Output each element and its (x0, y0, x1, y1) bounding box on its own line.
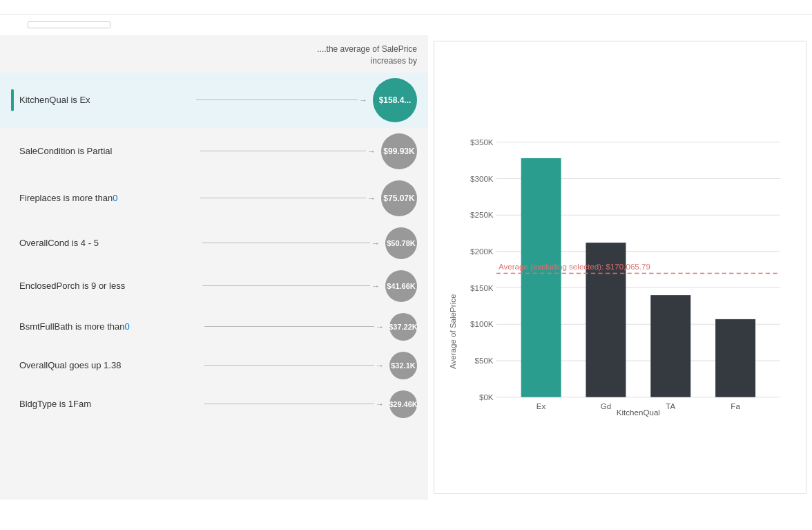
arrow-icon: → (371, 281, 380, 291)
toolbar (0, 15, 812, 35)
bar-ex[interactable] (521, 158, 561, 397)
influence-dropdown[interactable] (28, 21, 110, 28)
arrow-icon: → (376, 399, 384, 409)
connector-line (202, 285, 370, 286)
connector-line (200, 198, 366, 198)
connector-line (200, 151, 366, 151)
svg-text:$350K: $350K (470, 138, 494, 146)
right-panel: $350K$300K$250K$200K$150K$100K$50K$0K Ex… (434, 41, 806, 494)
bar-ta[interactable] (650, 295, 690, 397)
connector-area: → (202, 238, 380, 248)
influencer-label: BsmtFullBath is more than0 (19, 321, 199, 332)
value-bubble: $41.66K (385, 270, 417, 302)
svg-text:Average (excluding selected): : Average (excluding selected): $170,065.7… (499, 263, 650, 271)
svg-text:Ex: Ex (536, 402, 546, 410)
arrow-icon: → (371, 238, 380, 248)
influencer-item[interactable]: Fireplaces is more than0→$75.07K (0, 175, 428, 222)
header-increases-by: ....the average of SalePriceincreases by (317, 44, 417, 67)
svg-text:$100K: $100K (470, 321, 494, 329)
svg-text:TA: TA (666, 402, 675, 410)
value-bubble: $32.1K (389, 352, 417, 379)
main-content: ....the average of SalePriceincreases by… (0, 35, 812, 500)
influencer-label: BldgType is 1Fam (19, 399, 199, 409)
connector-area: → (202, 281, 380, 291)
value-bubble: $29.46K (389, 390, 417, 418)
influencer-item[interactable]: KitchenQual is Ex→$158.4... (0, 73, 428, 128)
value-bubble: $158.4... (373, 78, 417, 122)
arrow-icon: → (367, 146, 376, 156)
svg-text:$300K: $300K (470, 175, 494, 183)
right-panel-description (445, 53, 795, 53)
svg-text:$200K: $200K (470, 247, 494, 256)
influencer-item[interactable]: OverallQual goes up 1.38→$32.1K (0, 346, 428, 385)
connector-area: → (204, 361, 384, 370)
connector-line (196, 100, 358, 100)
x-axis-title: KitchenQual (617, 408, 660, 417)
influencer-list: KitchenQual is Ex→$158.4...SaleCondition… (0, 73, 428, 424)
left-panel: ....the average of SalePriceincreases by… (0, 35, 428, 500)
arrow-icon: → (359, 95, 367, 105)
arrow-icon: → (367, 193, 376, 203)
influencer-label: SaleCondition is Partial (19, 146, 195, 156)
connector-area: → (204, 322, 384, 332)
value-bubble: $50.78K (385, 227, 417, 259)
selected-indicator (11, 89, 14, 111)
panel-header: ....the average of SalePriceincreases by (0, 44, 428, 73)
connector-line (204, 404, 374, 404)
value-bubble: $37.22K (389, 313, 417, 341)
influencer-item[interactable]: SaleCondition is Partial→$99.93K (0, 128, 428, 175)
connector-line (202, 243, 370, 243)
connector-area: → (200, 146, 376, 156)
value-bubble: $75.07K (381, 180, 417, 216)
svg-text:$250K: $250K (470, 211, 494, 219)
value-bubble: $99.93K (381, 133, 417, 169)
influencer-label: Fireplaces is more than0 (19, 193, 195, 203)
influencer-item[interactable]: BldgType is 1Fam→$29.46K (0, 385, 428, 424)
bar-chart-svg: $350K$300K$250K$200K$150K$100K$50K$0K Ex… (445, 64, 795, 482)
svg-text:$50K: $50K (475, 357, 494, 365)
connector-line (204, 326, 374, 327)
connector-area: → (204, 399, 384, 409)
influencer-item[interactable]: EnclosedPorch is 9 or less→$41.66K (0, 265, 428, 307)
influencer-label: OverallCond is 4 - 5 (19, 238, 197, 248)
svg-text:$0K: $0K (479, 393, 494, 401)
arrow-icon: → (376, 322, 384, 332)
connector-line (204, 365, 374, 366)
connector-area: → (196, 95, 367, 105)
arrow-icon: → (376, 361, 384, 370)
tabs (11, 7, 28, 14)
y-axis-title: Average of SalePrice (449, 294, 457, 370)
connector-area: → (200, 193, 376, 203)
svg-text:Fa: Fa (731, 402, 740, 410)
influencer-label: OverallQual goes up 1.38 (19, 360, 199, 370)
bar-fa[interactable] (715, 319, 755, 397)
influencer-label: EnclosedPorch is 9 or less (19, 281, 197, 291)
chart-container: $350K$300K$250K$200K$150K$100K$50K$0K Ex… (445, 64, 795, 482)
svg-text:$150K: $150K (470, 284, 494, 292)
top-bar (0, 0, 812, 15)
influencer-item[interactable]: OverallCond is 4 - 5→$50.78K (0, 222, 428, 265)
svg-text:Gd: Gd (601, 402, 611, 410)
influencer-label: KitchenQual is Ex (19, 95, 191, 105)
influencer-item[interactable]: BsmtFullBath is more than0→$37.22K (0, 307, 428, 346)
